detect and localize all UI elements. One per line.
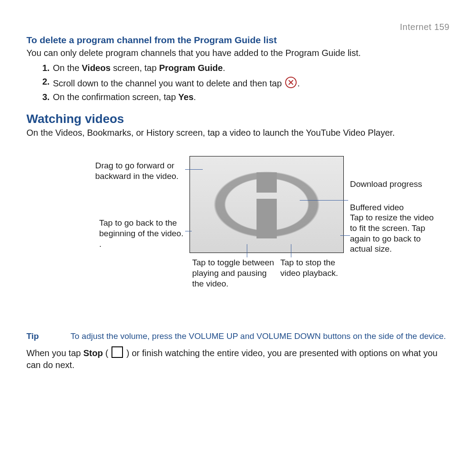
- callout-resize: Tap to resize the video to fit the scree…: [350, 212, 438, 254]
- step-2: 2. Scroll down to the channel you want t…: [42, 77, 450, 89]
- delete-steps: 1. On the Videos screen, tap Program Gui…: [42, 63, 450, 102]
- watching-intro: On the Videos, Bookmarks, or History scr…: [26, 127, 450, 138]
- step-1: 1. On the Videos screen, tap Program Gui…: [42, 63, 450, 73]
- player-screenshot: [190, 156, 344, 253]
- callout-buffered: Buffered video: [350, 202, 404, 213]
- tip-label: Tip: [26, 331, 53, 341]
- callout-drag: Drag to go forward or backward in the vi…: [95, 160, 188, 182]
- after-stop-paragraph: When you tap Stop ( ) or finish watching…: [26, 346, 450, 371]
- callout-stop: Tap to stop the video playback.: [280, 257, 355, 279]
- callout-toggle: Tap to toggle between playing and pausin…: [192, 257, 276, 289]
- page-number: 159: [434, 22, 450, 32]
- running-header: Internet159: [26, 22, 450, 32]
- step-3: 3. On the confirmation screen, tap Yes.: [42, 92, 450, 102]
- section-name: Internet: [400, 22, 431, 32]
- callout-begin: Tap to go back to the beginning of the v…: [99, 218, 187, 249]
- tip-block: Tip To adjust the volume, press the VOLU…: [26, 331, 450, 341]
- callout-download: Download progress: [350, 179, 422, 190]
- delete-section-title: To delete a program channel from the Pro…: [26, 35, 450, 45]
- watching-title: Watching videos: [26, 112, 450, 126]
- stop-icon: [112, 346, 123, 358]
- delete-section-intro: You can only delete program channels tha…: [26, 47, 450, 59]
- delete-channel-icon: [285, 77, 297, 88]
- player-diagram: Drag to go forward or backward in the vi…: [26, 156, 450, 324]
- tip-text: To adjust the volume, press the VOLUME U…: [71, 331, 450, 341]
